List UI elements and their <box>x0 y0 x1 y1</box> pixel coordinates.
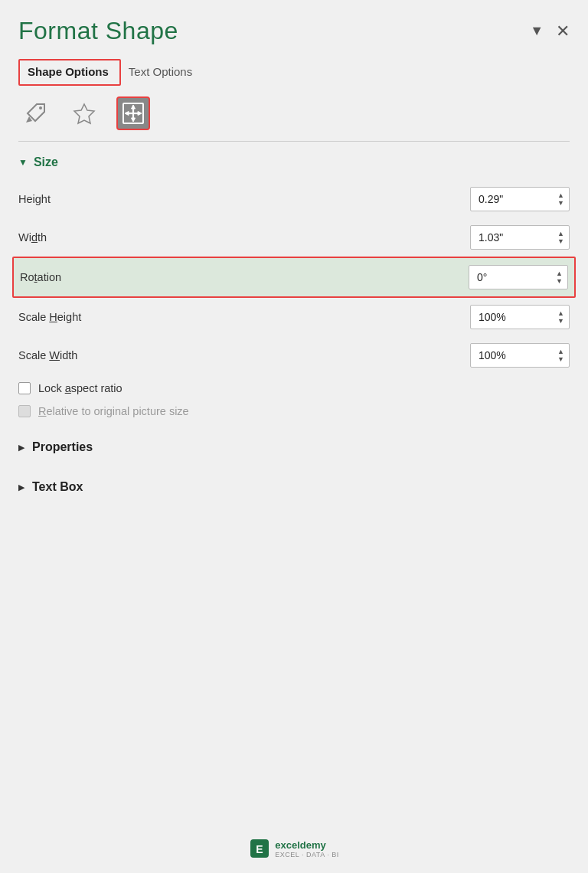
svg-marker-5 <box>132 105 136 109</box>
width-field-row: Width 1.03" ▲ ▼ <box>18 218 570 257</box>
height-down-arrow[interactable]: ▼ <box>557 200 564 207</box>
relative-to-original-row: Relative to original picture size <box>18 397 570 420</box>
footer-brand-name: exceldemy <box>275 839 338 851</box>
properties-arrow: ▶ <box>18 443 24 453</box>
header-icons: ▼ ✕ <box>530 21 570 41</box>
textbox-arrow: ▶ <box>18 482 24 492</box>
width-down-arrow[interactable]: ▼ <box>557 238 564 245</box>
scale-height-input[interactable]: 100% ▲ ▼ <box>470 305 570 329</box>
svg-point-0 <box>39 106 42 110</box>
scale-height-value: 100% <box>479 311 506 323</box>
scale-width-value: 100% <box>479 349 506 361</box>
scale-width-label: Scale Width <box>18 349 77 361</box>
footer: E exceldemy EXCEL · DATA · BI <box>0 838 588 859</box>
rotation-input[interactable]: 0° ▲ ▼ <box>469 265 568 289</box>
width-label: Width <box>18 231 47 244</box>
lock-aspect-ratio-label: Lock aspect ratio <box>38 382 122 394</box>
svg-marker-1 <box>74 104 94 123</box>
scale-width-spinners[interactable]: ▲ ▼ <box>557 348 564 363</box>
textbox-section: ▶ Text Box <box>0 460 588 500</box>
footer-tagline: EXCEL · DATA · BI <box>275 851 338 858</box>
relative-to-original-label: Relative to original picture size <box>38 405 189 417</box>
panel-title: Format Shape <box>18 17 178 45</box>
textbox-title: Text Box <box>32 480 83 494</box>
lock-aspect-ratio-checkbox[interactable] <box>18 382 31 394</box>
scale-height-up-arrow[interactable]: ▲ <box>557 310 564 317</box>
rotation-up-arrow[interactable]: ▲ <box>556 270 563 277</box>
size-section-header: ▼ Size <box>18 155 570 169</box>
scale-height-down-arrow[interactable]: ▼ <box>557 318 564 325</box>
width-spinners[interactable]: ▲ ▼ <box>557 231 564 245</box>
scale-height-label: Scale Height <box>18 311 81 323</box>
lock-aspect-ratio-row: Lock aspect ratio <box>18 374 570 397</box>
width-up-arrow[interactable]: ▲ <box>557 231 564 237</box>
textbox-header[interactable]: ▶ Text Box <box>18 474 570 500</box>
height-input[interactable]: 0.29" ▲ ▼ <box>470 187 570 211</box>
footer-text-group: exceldemy EXCEL · DATA · BI <box>275 839 338 858</box>
tab-shape-options[interactable]: Shape Options <box>18 59 121 86</box>
panel-header: Format Shape ▼ ✕ <box>0 0 588 53</box>
height-spinners[interactable]: ▲ ▼ <box>557 192 564 207</box>
scale-width-up-arrow[interactable]: ▲ <box>557 348 564 355</box>
height-value: 0.29" <box>479 193 503 205</box>
close-icon[interactable]: ✕ <box>556 21 570 41</box>
properties-header[interactable]: ▶ Properties <box>18 434 570 460</box>
height-label: Height <box>18 193 51 205</box>
tabs-row: Shape Options Text Options <box>0 53 588 86</box>
size-and-position-icon[interactable] <box>116 96 150 130</box>
rotation-down-arrow[interactable]: ▼ <box>556 278 563 285</box>
scale-height-field-row: Scale Height 100% ▲ ▼ <box>18 298 570 336</box>
scale-width-input[interactable]: 100% ▲ ▼ <box>470 343 570 368</box>
rotation-field-row: Rotation 0° ▲ ▼ <box>12 257 576 298</box>
svg-marker-8 <box>138 112 142 116</box>
svg-marker-6 <box>132 118 136 122</box>
size-section: ▼ Size Height 0.29" ▲ ▼ Width 1.03" ▲ ▼ <box>0 142 588 420</box>
exceldemy-logo-icon: E <box>249 838 270 859</box>
width-value: 1.03" <box>479 231 503 244</box>
scale-width-field-row: Scale Width 100% ▲ ▼ <box>18 336 570 374</box>
properties-section: ▶ Properties <box>0 420 588 460</box>
tab-text-options[interactable]: Text Options <box>124 59 207 86</box>
size-section-title: Size <box>34 155 58 169</box>
height-field-row: Height 0.29" ▲ ▼ <box>18 180 570 218</box>
relative-to-original-checkbox[interactable] <box>18 405 31 417</box>
scale-height-spinners[interactable]: ▲ ▼ <box>557 310 564 325</box>
rotation-value: 0° <box>477 271 487 283</box>
size-collapse-arrow[interactable]: ▼ <box>18 157 28 168</box>
footer-logo: E exceldemy EXCEL · DATA · BI <box>249 838 338 859</box>
icons-toolbar <box>0 86 588 133</box>
dropdown-icon[interactable]: ▼ <box>530 23 544 39</box>
svg-text:E: E <box>256 843 263 855</box>
width-input[interactable]: 1.03" ▲ ▼ <box>470 225 570 250</box>
scale-width-down-arrow[interactable]: ▼ <box>557 356 564 363</box>
height-up-arrow[interactable]: ▲ <box>557 192 564 199</box>
properties-title: Properties <box>32 440 93 454</box>
effects-icon[interactable] <box>67 96 101 130</box>
svg-marker-7 <box>125 112 129 116</box>
fill-and-line-icon[interactable] <box>18 96 52 130</box>
format-shape-panel: Format Shape ▼ ✕ Shape Options Text Opti… <box>0 0 588 873</box>
rotation-label: Rotation <box>20 271 61 283</box>
rotation-spinners[interactable]: ▲ ▼ <box>556 270 563 285</box>
